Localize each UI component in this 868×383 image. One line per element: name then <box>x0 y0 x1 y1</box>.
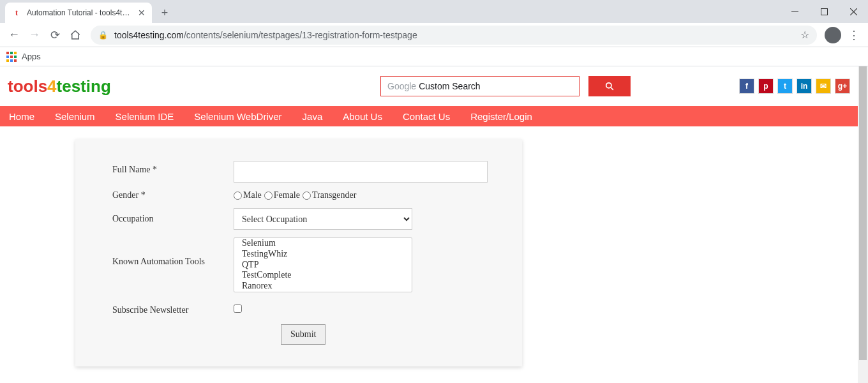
svg-rect-1 <box>821 8 827 15</box>
scrollbar-thumb[interactable] <box>859 66 867 360</box>
browser-tab[interactable]: t Automation Tutorial - tools4testi ✕ <box>5 3 152 23</box>
occupation-select[interactable]: Select Occupation <box>234 208 412 230</box>
scrollbar-track[interactable] <box>858 66 868 383</box>
nav-register[interactable]: Register/Login <box>470 111 532 122</box>
nav-contact[interactable]: Contact Us <box>403 111 450 122</box>
newsletter-checkbox[interactable] <box>234 304 242 313</box>
browser-toolbar: ← → ⟳ 🔒 tools4testing.com/contents/selen… <box>0 23 868 47</box>
row-newsletter: Subscribe Newsletter <box>112 304 505 315</box>
nav-about[interactable]: About Us <box>343 111 382 122</box>
maximize-button[interactable] <box>809 0 839 23</box>
site-header: tools4testing Google Custom Search f p t… <box>0 66 858 106</box>
site-logo[interactable]: tools4testing <box>8 77 111 96</box>
new-tab-button[interactable]: + <box>156 4 174 22</box>
nav-selenium-webdriver[interactable]: Selenium WebDriver <box>194 111 281 122</box>
bookmarks-bar: Apps <box>0 47 868 66</box>
search-brand: Google <box>387 81 416 91</box>
browser-tab-strip: t Automation Tutorial - tools4testi ✕ + <box>0 0 868 23</box>
search-placeholder: Custom Search <box>419 81 480 91</box>
window-controls <box>780 0 868 23</box>
reload-button[interactable]: ⟳ <box>45 25 65 45</box>
radio-female-wrap[interactable]: Female <box>264 190 300 200</box>
nav-selenium-ide[interactable]: Selenium IDE <box>116 111 174 122</box>
svg-line-5 <box>611 87 613 90</box>
row-submit: Submit <box>112 324 505 345</box>
radio-female-label: Female <box>274 190 300 200</box>
nav-selenium[interactable]: Selenium <box>55 111 95 122</box>
search-button[interactable] <box>588 76 631 96</box>
lock-icon: 🔒 <box>98 31 108 40</box>
bookmark-star-icon[interactable]: ☆ <box>800 29 809 41</box>
tool-option[interactable]: QTP <box>234 260 412 271</box>
tool-option[interactable]: Selenium <box>234 238 412 249</box>
row-tools: Known Automation Tools Selenium TestingW… <box>112 237 505 293</box>
googleplus-icon[interactable]: g+ <box>835 79 850 94</box>
apps-label[interactable]: Apps <box>22 52 41 61</box>
radio-female[interactable] <box>264 192 273 200</box>
profile-avatar[interactable] <box>825 27 841 43</box>
label-newsletter: Subscribe Newsletter <box>112 305 234 315</box>
radio-male-wrap[interactable]: Male <box>234 190 262 200</box>
main-nav: Home Selenium Selenium IDE Selenium WebD… <box>0 106 858 126</box>
search-icon <box>605 82 614 91</box>
logo-bolt-icon: 4 <box>47 77 56 96</box>
linkedin-icon[interactable]: in <box>797 79 812 94</box>
favicon-icon: t <box>11 8 22 18</box>
forward-button[interactable]: → <box>24 25 45 45</box>
radio-male-label: Male <box>243 190 262 200</box>
label-gender: Gender * <box>112 190 234 200</box>
svg-point-4 <box>606 83 611 88</box>
row-occupation: Occupation Select Occupation <box>112 208 505 230</box>
home-button[interactable] <box>65 25 86 45</box>
facebook-icon[interactable]: f <box>739 79 754 94</box>
menu-button[interactable]: ⋮ <box>844 25 864 45</box>
close-window-button[interactable] <box>839 0 868 23</box>
radio-trans-label: Transgender <box>312 190 356 200</box>
mail-icon[interactable]: ✉ <box>816 79 831 94</box>
minimize-button[interactable] <box>780 0 809 23</box>
apps-icon[interactable] <box>6 52 17 62</box>
back-button[interactable]: ← <box>4 25 24 45</box>
row-gender: Gender * Male Female Transgender <box>112 190 505 200</box>
tab-close-icon[interactable]: ✕ <box>134 8 146 18</box>
tool-option[interactable]: TestComplete <box>234 270 412 281</box>
fullname-input[interactable] <box>234 161 488 183</box>
tab-title: Automation Tutorial - tools4testi <box>27 8 134 17</box>
logo-text-2: testing <box>57 77 111 96</box>
tool-option[interactable]: TestingWhiz <box>234 249 412 260</box>
nav-home[interactable]: Home <box>9 111 34 122</box>
search-input[interactable]: Google Custom Search <box>380 76 580 96</box>
logo-text-1: tools <box>8 77 47 96</box>
tools-multiselect[interactable]: Selenium TestingWhiz QTP TestComplete Ra… <box>234 237 412 292</box>
url-path: /contents/selenium/testpages/13-registra… <box>184 30 417 40</box>
twitter-icon[interactable]: t <box>777 79 793 94</box>
nav-java[interactable]: Java <box>303 111 323 122</box>
radio-trans-wrap[interactable]: Transgender <box>303 190 356 200</box>
page-viewport: tools4testing Google Custom Search f p t… <box>0 66 868 383</box>
address-bar[interactable]: 🔒 tools4testing.com/contents/selenium/te… <box>91 26 817 45</box>
site-search: Google Custom Search <box>380 76 631 96</box>
submit-button[interactable]: Submit <box>281 324 326 345</box>
registration-form: Full Name * Gender * Male Female Transge… <box>75 139 522 366</box>
label-occupation: Occupation <box>112 214 234 224</box>
label-tools: Known Automation Tools <box>112 237 234 267</box>
radio-trans[interactable] <box>303 192 311 200</box>
row-fullname: Full Name * <box>112 161 505 183</box>
radio-male[interactable] <box>234 192 242 200</box>
tool-option[interactable]: Ranorex <box>234 281 412 292</box>
social-links: f p t in ✉ g+ <box>739 79 850 94</box>
label-fullname: Full Name * <box>112 161 234 175</box>
url-host: tools4testing.com <box>114 30 184 40</box>
pinterest-icon[interactable]: p <box>758 79 774 94</box>
